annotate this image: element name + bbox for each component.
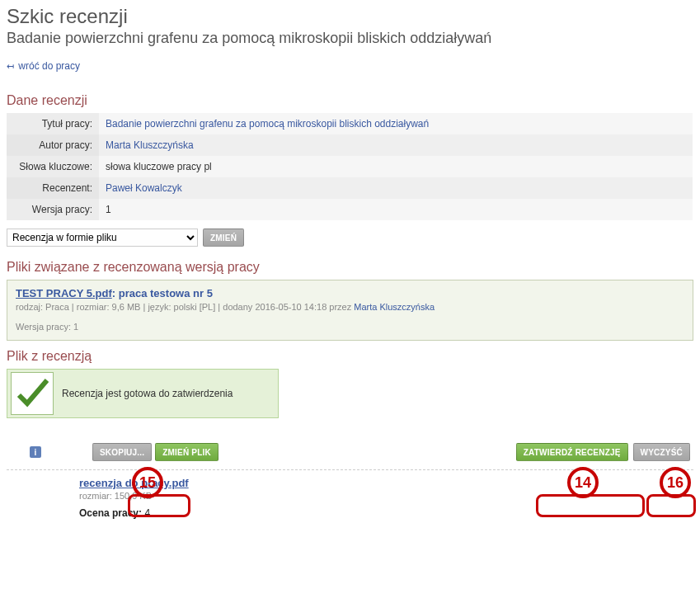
- value-autor-link[interactable]: Marta Kluszczyńska: [106, 139, 194, 151]
- review-score: Ocena pracy: 4: [79, 507, 693, 519]
- change-button[interactable]: ZMIEŃ: [203, 229, 244, 247]
- page-title: Szkic recenzji: [7, 5, 700, 28]
- back-arrow-icon: ↤: [7, 61, 14, 71]
- work-file-meta: rodzaj: Praca | rozmiar: 9,6 MB | język:…: [16, 302, 684, 312]
- work-file-link[interactable]: TEST PRACY 5.pdf: [16, 287, 112, 299]
- value-wersja: 1: [99, 199, 693, 220]
- value-slowa: słowa kluczowe pracy pl: [99, 156, 693, 177]
- label-wersja: Wersja pracy:: [7, 199, 99, 220]
- section-heading-details: Dane recenzji: [7, 93, 700, 108]
- work-file-box: TEST PRACY 5.pdf: praca testowa nr 5 rod…: [7, 280, 693, 341]
- section-heading-review-file: Plik z recenzją: [7, 349, 700, 364]
- copy-button[interactable]: SKOPIUJ...: [92, 443, 152, 461]
- work-file-author-link[interactable]: Marta Kluszczyńska: [354, 302, 435, 312]
- details-table: Tytuł pracy: Badanie powierzchni grafenu…: [7, 113, 693, 220]
- clear-button[interactable]: WYCZYŚĆ: [633, 443, 690, 461]
- label-recenzent: Recenzent:: [7, 177, 99, 199]
- approve-review-button[interactable]: ZATWIERDŹ RECENZJĘ: [516, 443, 628, 461]
- dashed-separator: [7, 469, 693, 470]
- section-heading-files: Pliki związane z recenzowaną wersją prac…: [7, 260, 700, 275]
- review-form-select[interactable]: Recenzja w formie pliku: [7, 229, 198, 247]
- review-file-block: recenzja do pracy.pdf rozmiar: 150,9 KB …: [79, 477, 693, 535]
- actions-row: i SKOPIUJ... ZMIEŃ PLIK ZATWIERDŹ RECENZ…: [7, 438, 693, 466]
- ready-box: Recenzja jest gotowa do zatwierdzenia: [7, 369, 279, 418]
- work-file-desc: : praca testowa nr 5: [112, 287, 213, 299]
- work-file-version: Wersja pracy: 1: [16, 322, 684, 332]
- check-icon: [11, 372, 54, 415]
- back-link[interactable]: ↤ wróć do pracy: [7, 60, 80, 72]
- page-subtitle: Badanie powierzchni grafenu za pomocą mi…: [7, 30, 700, 47]
- ready-text: Recenzja jest gotowa do zatwierdzenia: [62, 388, 233, 399]
- review-file-link[interactable]: recenzja do pracy.pdf: [79, 477, 189, 489]
- label-tytul: Tytuł pracy:: [7, 113, 99, 134]
- label-slowa: Słowa kluczowe:: [7, 156, 99, 177]
- label-autor: Autor pracy:: [7, 134, 99, 156]
- value-tytul-link[interactable]: Badanie powierzchni grafenu za pomocą mi…: [106, 118, 429, 130]
- back-link-label: wróć do pracy: [18, 60, 80, 72]
- change-file-button[interactable]: ZMIEŃ PLIK: [155, 443, 218, 461]
- value-recenzent-link[interactable]: Paweł Kowalczyk: [106, 182, 182, 194]
- review-file-meta: rozmiar: 150,9 KB: [79, 491, 693, 501]
- info-icon[interactable]: i: [30, 446, 41, 458]
